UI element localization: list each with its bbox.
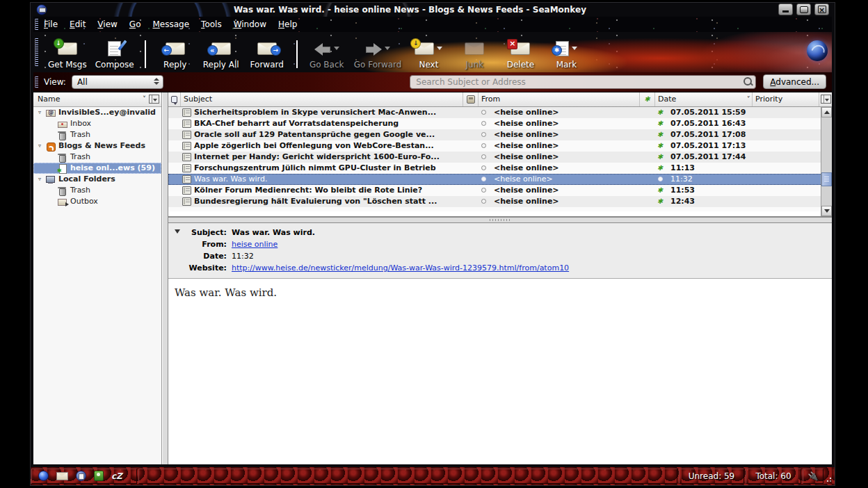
- folder-column-picker-icon[interactable]: [149, 95, 159, 104]
- forward-button[interactable]: Forward: [244, 38, 290, 71]
- advanced-button[interactable]: Advanced...: [763, 74, 826, 89]
- folder-outbox[interactable]: Outbox: [33, 196, 161, 207]
- subject-column-header[interactable]: Subject: [181, 92, 463, 106]
- menu-go[interactable]: Go: [129, 19, 141, 29]
- menu-view[interactable]: View: [97, 19, 117, 29]
- folder-heise-onl-ews-59[interactable]: heise onl...ews (59): [33, 163, 161, 174]
- reply-all-button[interactable]: Reply All: [198, 38, 244, 71]
- dropdown-arrow-icon[interactable]: [334, 47, 339, 50]
- read-status-cell[interactable]: [476, 110, 491, 115]
- folder-inbox[interactable]: Inbox: [33, 118, 161, 129]
- go-forward-button[interactable]: Go Forward: [350, 38, 406, 71]
- folder-pane-header[interactable]: Name ˅: [33, 92, 161, 107]
- search-icon[interactable]: [744, 77, 752, 86]
- message-row[interactable]: Sicherheitsproblem in Skype verunsichert…: [168, 107, 832, 118]
- thread-column-picker[interactable]: [819, 92, 832, 106]
- unread-flag-cell[interactable]: ✱: [652, 109, 668, 116]
- thread-list-scrollbar[interactable]: [821, 107, 832, 216]
- maximize-button[interactable]: [796, 3, 811, 15]
- folder-invisibles-ey-invalid[interactable]: ▿InvisibleS...ey@invalid: [33, 107, 161, 118]
- next-button[interactable]: Next: [405, 38, 451, 71]
- reply-button[interactable]: Reply: [152, 38, 198, 71]
- delete-button[interactable]: Delete: [497, 38, 543, 71]
- go-back-button[interactable]: Go Back: [304, 38, 350, 71]
- menu-help[interactable]: Help: [278, 19, 297, 29]
- unread-flag-cell[interactable]: ✱: [652, 143, 668, 149]
- close-button[interactable]: ×: [814, 3, 829, 15]
- dropdown-arrow-icon[interactable]: [437, 47, 442, 50]
- from-column-header[interactable]: From: [479, 92, 640, 106]
- seamonkey-logo-icon[interactable]: [807, 40, 828, 61]
- message-pane-splitter[interactable]: [168, 217, 832, 223]
- read-status-cell[interactable]: [476, 132, 491, 137]
- message-row[interactable]: Kölner Forum Medienrecht: Wo bleibt die …: [168, 185, 832, 196]
- chevron-down-icon[interactable]: ˅: [143, 95, 146, 103]
- unread-flag-cell[interactable]: ✱: [652, 131, 668, 138]
- scroll-down-button[interactable]: [821, 206, 832, 216]
- priority-column-header[interactable]: Priority: [753, 92, 819, 106]
- chatzilla-icon[interactable]: cZ: [111, 471, 122, 481]
- menu-tools[interactable]: Tools: [201, 19, 222, 29]
- from-link[interactable]: heise online: [232, 238, 278, 250]
- folder-trash[interactable]: Trash: [33, 185, 161, 196]
- message-row[interactable]: Internet per Handy: Gericht widerspricht…: [168, 152, 832, 163]
- scrollbar-thumb[interactable]: [821, 172, 832, 186]
- message-row[interactable]: Apple zögerlich bei Offenlegung von WebC…: [168, 140, 832, 152]
- folder-pane-splitter[interactable]: [162, 92, 168, 464]
- search-input[interactable]: [410, 75, 756, 89]
- menu-edit[interactable]: Edit: [70, 19, 86, 29]
- minimize-button[interactable]: [778, 3, 793, 15]
- name-column-header[interactable]: Name: [38, 95, 143, 104]
- menubar-grippy[interactable]: [35, 19, 38, 30]
- date-column-header[interactable]: Date˅: [655, 92, 753, 106]
- website-link[interactable]: http://www.heise.de/newsticker/meldung/W…: [232, 262, 569, 274]
- filterbar-grippy[interactable]: [35, 76, 38, 88]
- scroll-up-button[interactable]: [821, 107, 832, 117]
- folder-blogs-news-feeds[interactable]: ▿Blogs & News Feeds: [33, 140, 161, 152]
- header-twisty-icon[interactable]: [175, 229, 180, 234]
- message-row[interactable]: BKA-Chef beharrt auf Vorratsdatenspeiche…: [168, 118, 832, 129]
- folder-trash[interactable]: Trash: [33, 129, 161, 140]
- unread-flag-cell[interactable]: ✱: [652, 120, 668, 127]
- unread-column-header[interactable]: ✱: [640, 92, 655, 106]
- twisty-down-icon[interactable]: ▿: [36, 109, 43, 115]
- toolbar-grippy[interactable]: [35, 38, 38, 66]
- read-column-header[interactable]: [463, 92, 479, 106]
- resize-grip[interactable]: [825, 469, 834, 484]
- read-status-cell[interactable]: [476, 143, 491, 148]
- folder-trash[interactable]: Trash: [33, 152, 161, 163]
- menu-file[interactable]: File: [44, 19, 58, 29]
- browser-icon[interactable]: [38, 471, 49, 481]
- read-status-cell[interactable]: [476, 177, 491, 181]
- menu-message[interactable]: Message: [152, 19, 189, 29]
- compose-button[interactable]: Compose: [91, 38, 138, 71]
- view-dropdown[interactable]: All: [72, 75, 163, 89]
- junk-button[interactable]: Junk: [451, 38, 497, 71]
- unread-flag-cell[interactable]: ✱: [652, 187, 668, 194]
- menu-window[interactable]: Window: [234, 19, 266, 29]
- read-status-cell[interactable]: [476, 121, 491, 126]
- address-book-icon[interactable]: [94, 471, 104, 481]
- read-status-cell[interactable]: [476, 199, 491, 204]
- read-status-cell[interactable]: [476, 165, 491, 170]
- message-row[interactable]: Oracle soll auf 129 Patentansprüche gege…: [168, 129, 832, 140]
- composer-icon[interactable]: [76, 471, 86, 481]
- mark-button[interactable]: Mark: [543, 38, 589, 71]
- scrollbar-track[interactable]: [821, 117, 832, 206]
- mail-icon[interactable]: [56, 472, 68, 480]
- read-status-cell[interactable]: [476, 154, 491, 159]
- unread-flag-cell[interactable]: [652, 177, 668, 181]
- dropdown-arrow-icon[interactable]: [572, 47, 577, 50]
- dropdown-arrow-icon[interactable]: [385, 47, 390, 50]
- folder-local-folders[interactable]: ▿Local Folders: [33, 174, 161, 185]
- message-row[interactable]: Was war. Was wird.<heise online>11:32: [168, 174, 832, 185]
- read-status-cell[interactable]: [476, 188, 491, 193]
- thread-column-header[interactable]: [168, 92, 181, 106]
- online-status[interactable]: 🔌: [803, 469, 823, 484]
- unread-flag-cell[interactable]: ✱: [652, 165, 668, 172]
- get-msgs-button[interactable]: Get Msgs: [44, 38, 91, 71]
- twisty-down-icon[interactable]: ▿: [36, 176, 43, 182]
- unread-flag-cell[interactable]: ✱: [652, 154, 668, 161]
- message-row[interactable]: Bundesregierung hält Evaluierung von "Lö…: [168, 196, 832, 207]
- message-row-partial[interactable]: [168, 207, 832, 211]
